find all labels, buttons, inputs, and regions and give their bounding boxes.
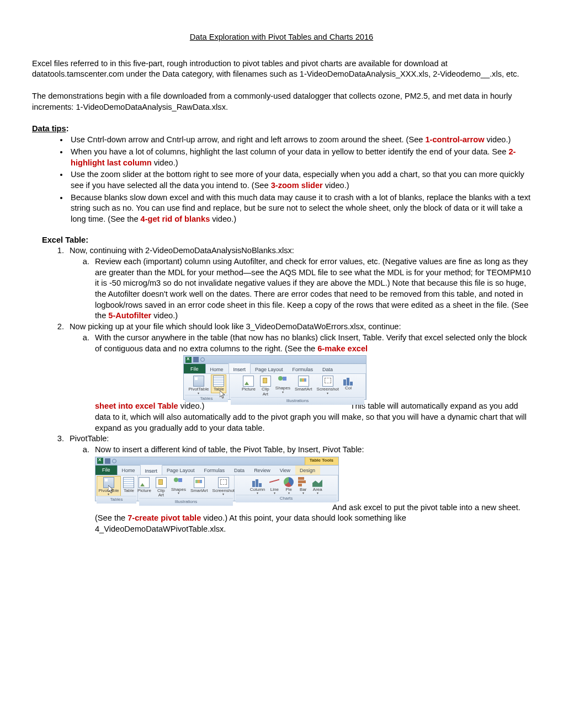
tab-formulas[interactable]: Formulas — [200, 465, 230, 475]
shapes-icon — [173, 477, 183, 487]
context-tab-table-tools: Table Tools — [305, 457, 338, 465]
undo-icon — [200, 357, 205, 362]
smartart-icon — [298, 376, 309, 387]
video-ref-7: 7-create pivot table — [128, 513, 201, 522]
list-item: Use the zoom slider at the bottom right … — [68, 169, 531, 191]
tab-view[interactable]: View — [275, 465, 295, 475]
tab-file[interactable]: File — [95, 465, 118, 475]
document-page: Data Exploration with Pivot Tables and C… — [0, 0, 563, 728]
smartart-icon — [194, 477, 205, 488]
group-illustrations: Illustrations — [231, 397, 364, 405]
tab-insert[interactable]: Insert — [229, 363, 251, 373]
list-item: When you have a lot of columns, highligh… — [68, 147, 531, 168]
list-item: With the cursor anywhere in the table (t… — [92, 333, 531, 433]
bar-chart-button[interactable]: Bar▾ — [296, 477, 310, 495]
tab-page-layout[interactable]: Page Layout — [162, 465, 200, 475]
list-item: Use Cntrl-down arrow and Cntrl-up arrow,… — [68, 135, 531, 146]
shapes-button[interactable]: Shapes▾ — [169, 477, 188, 495]
ribbon-tabs: File Home Insert Page Layout Formulas Da… — [184, 364, 366, 374]
screenshot-button[interactable]: Screenshot▾ — [211, 477, 236, 496]
column-icon — [343, 376, 353, 386]
table-button[interactable]: Table — [211, 375, 226, 392]
video-ref-6b: sheet into excel Table — [95, 402, 178, 410]
group-tables: Tables — [185, 395, 228, 403]
table-button[interactable]: Table — [121, 477, 136, 494]
tab-design[interactable]: Design — [295, 465, 320, 475]
ribbon-tabs: File Home Insert Page Layout Formulas Da… — [95, 465, 338, 475]
intro-paragraph-2: The demonstrations begin with a file dow… — [32, 91, 531, 113]
excel-icon — [97, 458, 103, 464]
save-icon — [193, 357, 199, 362]
clipart-button[interactable]: Clip Art — [258, 375, 273, 397]
tab-page-layout[interactable]: Page Layout — [251, 364, 288, 373]
ribbon-tools: PivotTable▾ Table Tables Picture Clip Ar… — [95, 475, 338, 501]
group-tables: Tables — [97, 496, 136, 504]
tab-formulas[interactable]: Formulas — [288, 364, 318, 373]
area-chart-button[interactable]: Area▾ — [311, 477, 324, 495]
shapes-button[interactable]: Shapes▾ — [274, 375, 292, 393]
column-button-partial[interactable]: Col — [342, 375, 355, 391]
pie-chart-icon — [284, 477, 294, 487]
column-chart-button[interactable]: Column▾ — [248, 477, 267, 495]
video-ref-3: 3-zoom slider — [271, 181, 323, 190]
pivottable-button[interactable]: PivotTable▾ — [97, 477, 121, 496]
video-ref-5: 5-Autofilter — [108, 311, 151, 320]
video-ref-6a: 6-make excel — [317, 344, 368, 353]
clipart-button[interactable]: Clip Art — [154, 477, 168, 499]
undo-icon — [112, 459, 116, 463]
line-chart-button[interactable]: Line▾ — [268, 477, 281, 495]
picture-icon — [243, 376, 254, 387]
title-bar: Table Tools — [95, 457, 338, 465]
video-ref-4: 4-get rid of blanks — [141, 215, 210, 223]
table-icon — [213, 376, 224, 387]
tab-file[interactable]: File — [184, 364, 206, 373]
title-bar — [184, 356, 366, 364]
screenshot-icon — [218, 477, 229, 488]
column-chart-icon — [252, 477, 262, 487]
screenshot-icon — [322, 376, 333, 387]
intro-paragraph-1: Excel files referred to in this five-par… — [32, 58, 531, 80]
excel-icon — [185, 357, 192, 363]
pie-chart-button[interactable]: Pie▾ — [282, 477, 295, 495]
data-tips-heading: Data tips: — [32, 124, 531, 135]
page-title: Data Exploration with Pivot Tables and C… — [32, 32, 531, 43]
screenshot-button[interactable]: Screenshot▾ — [315, 375, 341, 394]
list-item: Review each (important) column using Aut… — [92, 256, 531, 322]
pivottable-button[interactable]: PivotTable▾ — [187, 375, 211, 394]
list-item: Now to insert a different kind of table,… — [92, 445, 531, 535]
tab-data[interactable]: Data — [318, 364, 338, 373]
picture-button[interactable]: Picture — [136, 477, 153, 494]
group-charts: Charts — [236, 495, 337, 502]
tab-home[interactable]: Home — [206, 364, 229, 373]
list-item: Now picking up at your file which should… — [66, 322, 531, 433]
pivottable-icon — [103, 477, 114, 488]
shapes-icon — [278, 376, 288, 386]
excel-ribbon-screenshot-2: Table Tools File Home Insert Page Layout… — [95, 457, 531, 501]
excel-ribbon-screenshot-1: File Home Insert Page Layout Formulas Da… — [183, 355, 531, 400]
clipart-icon — [260, 376, 271, 387]
save-icon — [105, 458, 110, 464]
smartart-button[interactable]: SmartArt — [189, 477, 210, 494]
area-chart-icon — [312, 477, 322, 487]
group-illustrations: Illustrations — [139, 498, 233, 506]
tab-insert[interactable]: Insert — [140, 465, 163, 475]
excel-table-list: Now, continuing with 2-VideoDemoDataAnal… — [32, 245, 531, 534]
pivottable-icon — [193, 376, 204, 387]
ribbon-tools: PivotTable▾ Table Tables Picture Clip Ar… — [184, 374, 366, 399]
bar-chart-icon — [298, 477, 308, 487]
clipart-icon — [156, 477, 167, 488]
list-item: PivotTable: Now to insert a different ki… — [66, 433, 531, 534]
tab-home[interactable]: Home — [118, 465, 140, 475]
line-chart-icon — [269, 477, 279, 487]
data-tips-list: Use Cntrl-down arrow and Cntrl-up arrow,… — [32, 135, 531, 225]
table-icon — [123, 477, 134, 488]
picture-icon — [139, 477, 150, 488]
list-item: Because blanks slow down excel and with … — [68, 192, 531, 225]
excel-table-heading: Excel Table: — [42, 235, 531, 246]
list-item: Now, continuing with 2-VideoDemoDataAnal… — [66, 245, 531, 322]
video-ref-1: 1-control-arrow — [425, 135, 484, 144]
tab-review[interactable]: Review — [249, 465, 275, 475]
tab-data[interactable]: Data — [230, 465, 249, 475]
picture-button[interactable]: Picture — [240, 375, 257, 392]
smartart-button[interactable]: SmartArt — [293, 375, 314, 392]
